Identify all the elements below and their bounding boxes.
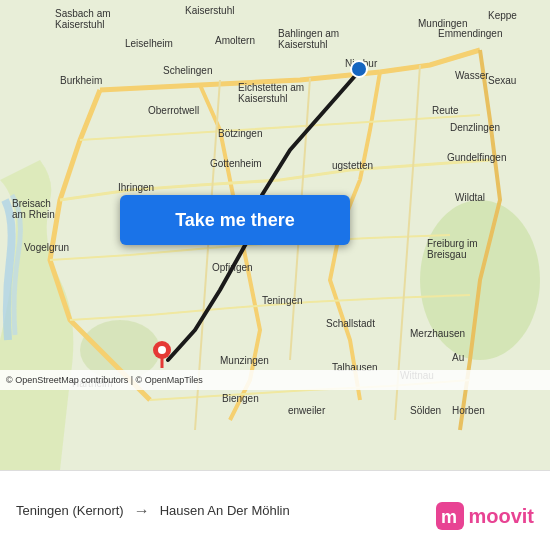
to-location: Hausen An Der Möhlin bbox=[160, 503, 290, 518]
origin-marker bbox=[152, 340, 172, 372]
map-container: Kaiserstuhl Sasbach amKaiserstuhl Keppe … bbox=[0, 0, 550, 470]
take-me-there-button[interactable]: Take me there bbox=[120, 195, 350, 245]
from-location: Teningen (Kernort) bbox=[16, 503, 124, 518]
svg-text:m: m bbox=[441, 507, 457, 527]
svg-point-4 bbox=[158, 346, 166, 354]
arrow-icon: → bbox=[134, 502, 150, 520]
destination-marker bbox=[350, 60, 368, 78]
moovit-text: moovit bbox=[468, 505, 534, 528]
take-me-there-label: Take me there bbox=[175, 210, 295, 231]
moovit-logo: m moovit bbox=[436, 502, 534, 530]
bottom-bar: Teningen (Kernort) → Hausen An Der Möhli… bbox=[0, 470, 550, 550]
